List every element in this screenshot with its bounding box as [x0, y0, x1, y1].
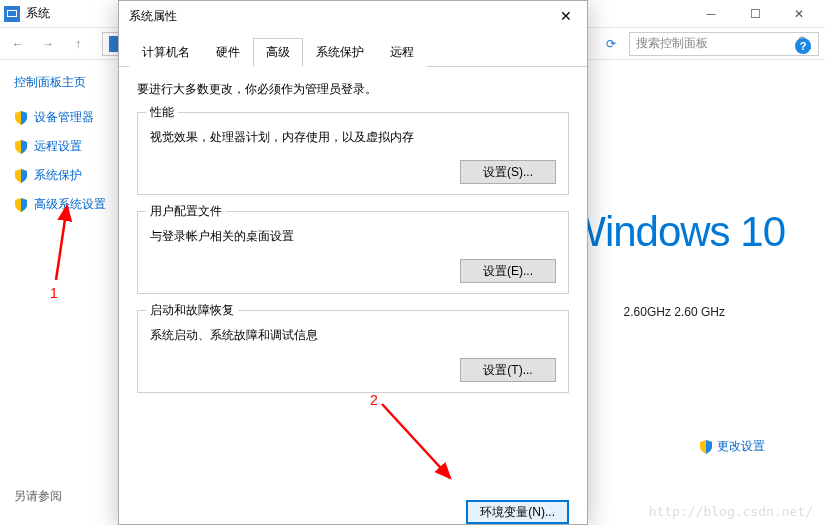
user-profiles-title: 用户配置文件: [146, 203, 226, 220]
sidebar-item-advanced[interactable]: 高级系统设置: [14, 196, 124, 213]
window-title: 系统: [26, 5, 50, 22]
sidebar-item-protection[interactable]: 系统保护: [14, 167, 124, 184]
sidebar: 控制面板主页 设备管理器 远程设置 系统保护 高级系统设置: [0, 60, 130, 525]
control-panel-home-link[interactable]: 控制面板主页: [14, 74, 124, 91]
see-also-label: 另请参阅: [14, 488, 62, 505]
minimize-button[interactable]: ─: [689, 0, 733, 28]
annotation-number-2: 2: [370, 392, 378, 408]
dialog-close-button[interactable]: ✕: [545, 1, 587, 31]
cpu-speed: 2.60GHz 2.60 GHz: [624, 305, 725, 319]
close-button[interactable]: ✕: [777, 0, 821, 28]
help-icon[interactable]: ?: [795, 38, 811, 54]
startup-recovery-title: 启动和故障恢复: [146, 302, 238, 319]
shield-icon: [699, 440, 713, 454]
tab-protection[interactable]: 系统保护: [303, 38, 377, 67]
back-button[interactable]: ←: [6, 32, 30, 56]
tab-remote[interactable]: 远程: [377, 38, 427, 67]
svg-rect-1: [8, 11, 16, 16]
watermark: http://blog.csdn.net/: [649, 504, 813, 519]
performance-desc: 视觉效果，处理器计划，内存使用，以及虚拟内存: [150, 129, 556, 146]
tab-advanced[interactable]: 高级: [253, 38, 303, 67]
sidebar-item-label: 高级系统设置: [34, 196, 106, 213]
sidebar-item-label: 系统保护: [34, 167, 82, 184]
user-profiles-group: 用户配置文件 与登录帐户相关的桌面设置 设置(E)...: [137, 211, 569, 294]
search-input[interactable]: 搜索控制面板 🔍: [629, 32, 819, 56]
system-properties-dialog: 系统属性 ✕ 计算机名 硬件 高级 系统保护 远程 要进行大多数更改，你必须作为…: [118, 0, 588, 525]
annotation-number-1: 1: [50, 285, 58, 301]
user-profiles-settings-button[interactable]: 设置(E)...: [460, 259, 556, 283]
change-settings-link[interactable]: 更改设置: [699, 438, 765, 455]
up-button[interactable]: ↑: [66, 32, 90, 56]
sidebar-item-remote[interactable]: 远程设置: [14, 138, 124, 155]
tab-computer-name[interactable]: 计算机名: [129, 38, 203, 67]
change-settings-label: 更改设置: [717, 438, 765, 455]
refresh-button[interactable]: ⟳: [599, 32, 623, 56]
shield-icon: [14, 140, 28, 154]
admin-note: 要进行大多数更改，你必须作为管理员登录。: [137, 81, 569, 98]
startup-recovery-desc: 系统启动、系统故障和调试信息: [150, 327, 556, 344]
dialog-tabs: 计算机名 硬件 高级 系统保护 远程: [119, 31, 587, 67]
shield-icon: [14, 169, 28, 183]
dialog-title: 系统属性: [119, 1, 587, 31]
forward-button[interactable]: →: [36, 32, 60, 56]
maximize-button[interactable]: ☐: [733, 0, 777, 28]
os-brand: Windows 10: [566, 208, 785, 256]
shield-icon: [14, 198, 28, 212]
system-icon: [4, 6, 20, 22]
sidebar-item-label: 设备管理器: [34, 109, 94, 126]
performance-settings-button[interactable]: 设置(S)...: [460, 160, 556, 184]
sidebar-item-device-manager[interactable]: 设备管理器: [14, 109, 124, 126]
tab-hardware[interactable]: 硬件: [203, 38, 253, 67]
user-profiles-desc: 与登录帐户相关的桌面设置: [150, 228, 556, 245]
performance-group: 性能 视觉效果，处理器计划，内存使用，以及虚拟内存 设置(S)...: [137, 112, 569, 195]
dialog-body: 要进行大多数更改，你必须作为管理员登录。 性能 视觉效果，处理器计划，内存使用，…: [119, 67, 587, 500]
startup-recovery-group: 启动和故障恢复 系统启动、系统故障和调试信息 设置(T)...: [137, 310, 569, 393]
sidebar-item-label: 远程设置: [34, 138, 82, 155]
shield-icon: [14, 111, 28, 125]
startup-recovery-settings-button[interactable]: 设置(T)...: [460, 358, 556, 382]
performance-title: 性能: [146, 104, 178, 121]
environment-variables-button[interactable]: 环境变量(N)...: [466, 500, 569, 524]
search-placeholder: 搜索控制面板: [636, 35, 708, 52]
